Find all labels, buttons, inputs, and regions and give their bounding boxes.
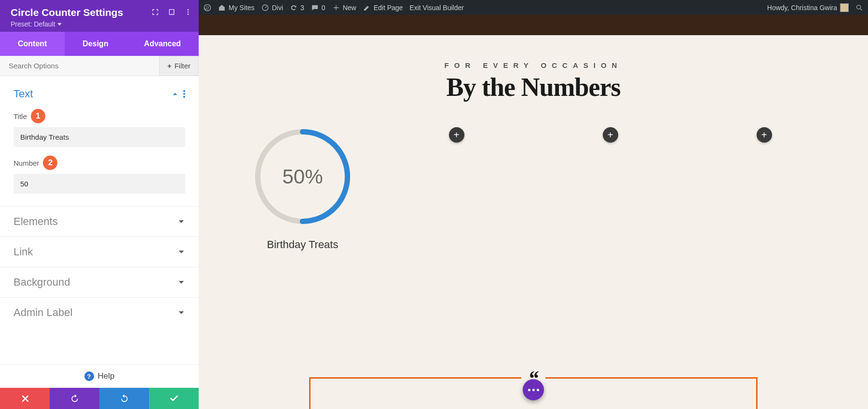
callout-1: 1 bbox=[31, 109, 45, 123]
kebab-icon[interactable] bbox=[184, 8, 192, 16]
redo-icon bbox=[120, 394, 129, 403]
action-bar bbox=[0, 388, 199, 409]
avatar bbox=[840, 3, 849, 12]
ab-search[interactable] bbox=[855, 4, 863, 12]
preset-label: Preset: Default bbox=[11, 20, 55, 28]
expand-icon[interactable] bbox=[151, 8, 159, 16]
add-module-button[interactable]: + bbox=[757, 127, 772, 143]
ab-my-sites[interactable]: My Sites bbox=[218, 4, 255, 12]
cancel-button[interactable] bbox=[0, 388, 50, 409]
gauge-icon bbox=[261, 4, 269, 12]
section-admin-label-header[interactable]: Admin Label bbox=[0, 298, 199, 328]
home-icon bbox=[218, 4, 226, 12]
svg-point-2 bbox=[188, 13, 189, 15]
wp-admin-bar: My Sites Divi 3 0 New Edit Page Exit Vis… bbox=[199, 0, 868, 15]
ab-updates[interactable]: 3 bbox=[290, 4, 304, 12]
tab-design[interactable]: Design bbox=[65, 32, 126, 56]
callout-2: 2 bbox=[43, 156, 57, 170]
section-text-header[interactable]: Text bbox=[0, 76, 199, 103]
section-background-header[interactable]: Background bbox=[0, 267, 199, 297]
svg-point-8 bbox=[857, 5, 861, 9]
page-hero bbox=[199, 15, 868, 35]
search-icon bbox=[855, 4, 863, 12]
section-menu-fab[interactable] bbox=[523, 379, 544, 400]
svg-point-3 bbox=[183, 90, 185, 92]
title-field-label: Title 1 bbox=[14, 109, 185, 123]
plus-icon bbox=[332, 4, 340, 12]
ab-comments[interactable]: 0 bbox=[311, 4, 326, 12]
options-scroll[interactable]: Text Title 1 Number 2 Elements bbox=[0, 76, 199, 364]
chevron-down-icon bbox=[177, 309, 185, 317]
chevron-down-icon bbox=[177, 278, 185, 286]
help-link[interactable]: ? Help bbox=[0, 364, 199, 388]
section-eyebrow: FOR EVERY OCCASION bbox=[199, 61, 868, 69]
title-field[interactable] bbox=[14, 127, 185, 147]
svg-point-4 bbox=[183, 93, 185, 95]
panel-titlebar: Circle Counter Settings Preset: Default bbox=[0, 0, 199, 32]
caret-down-icon bbox=[57, 22, 62, 26]
wp-logo[interactable] bbox=[203, 4, 211, 12]
save-button[interactable] bbox=[149, 388, 199, 409]
add-module-button[interactable]: + bbox=[449, 127, 464, 143]
search-input[interactable] bbox=[0, 56, 159, 76]
tab-advanced[interactable]: Advanced bbox=[126, 32, 199, 56]
chevron-down-icon bbox=[177, 248, 185, 256]
ab-edit-page[interactable]: Edit Page bbox=[363, 4, 403, 12]
counter-label: Birthday Treats bbox=[267, 238, 339, 251]
ab-howdy[interactable]: Howdy, Christina Gwira bbox=[767, 3, 849, 12]
svg-point-1 bbox=[188, 12, 189, 13]
redo-button[interactable] bbox=[99, 388, 149, 409]
svg-point-5 bbox=[183, 96, 185, 98]
circle-counter: 50% bbox=[253, 127, 352, 226]
chevron-up-icon bbox=[172, 91, 178, 97]
wordpress-icon bbox=[203, 4, 211, 12]
chevron-down-icon bbox=[177, 218, 185, 225]
undo-button[interactable] bbox=[50, 388, 99, 409]
settings-tabs: Content Design Advanced bbox=[0, 32, 199, 56]
counter-row: 50% Birthday Treats + + + bbox=[199, 127, 868, 251]
svg-point-0 bbox=[188, 9, 189, 11]
help-icon: ? bbox=[84, 371, 94, 381]
filter-bar: +Filter bbox=[0, 56, 199, 76]
close-icon bbox=[20, 394, 30, 403]
number-field-label: Number 2 bbox=[14, 156, 185, 170]
responsive-icon[interactable] bbox=[168, 8, 176, 16]
section-link-header[interactable]: Link bbox=[0, 237, 199, 267]
section-elements-header[interactable]: Elements bbox=[0, 207, 199, 237]
number-field[interactable] bbox=[14, 174, 185, 194]
comment-icon bbox=[311, 4, 319, 12]
section-headline: By the Numbers bbox=[199, 72, 868, 102]
page-preview: My Sites Divi 3 0 New Edit Page Exit Vis… bbox=[199, 0, 868, 409]
counter-percent: 50% bbox=[253, 127, 352, 226]
ab-new[interactable]: New bbox=[332, 4, 356, 12]
section-text: Text Title 1 Number 2 bbox=[0, 76, 199, 207]
page-body: FOR EVERY OCCASION By the Numbers 50% Bi… bbox=[199, 35, 868, 409]
filter-button[interactable]: +Filter bbox=[159, 56, 199, 76]
ab-exit-vb[interactable]: Exit Visual Builder bbox=[409, 4, 464, 12]
kebab-icon[interactable] bbox=[183, 90, 185, 98]
settings-panel: Circle Counter Settings Preset: Default … bbox=[0, 0, 199, 409]
circle-counter-module[interactable]: 50% Birthday Treats bbox=[245, 127, 360, 251]
check-icon bbox=[169, 394, 179, 403]
refresh-icon bbox=[290, 4, 298, 12]
undo-icon bbox=[70, 394, 80, 403]
add-module-button[interactable]: + bbox=[603, 127, 618, 143]
preset-selector[interactable]: Preset: Default bbox=[11, 20, 188, 28]
ab-site[interactable]: Divi bbox=[261, 4, 283, 12]
pencil-icon bbox=[363, 4, 371, 12]
tab-content[interactable]: Content bbox=[0, 32, 65, 56]
